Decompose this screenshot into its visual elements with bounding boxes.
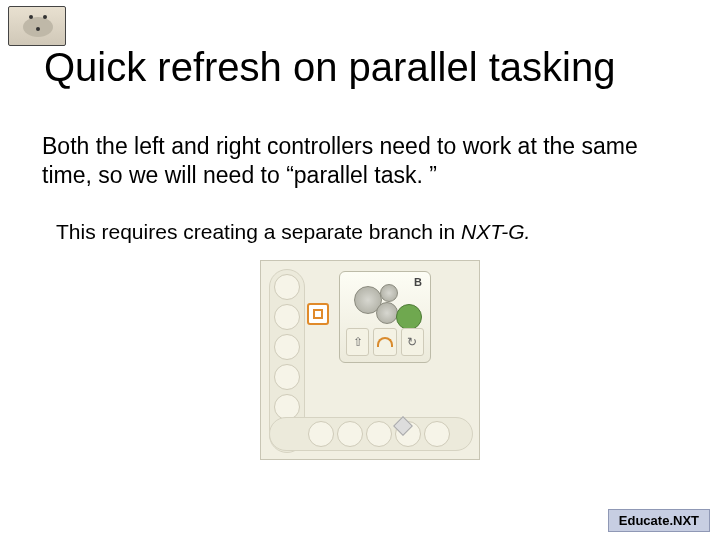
beam-slot: [337, 421, 363, 447]
logo-icon: [8, 6, 66, 46]
beam-slot: [274, 334, 300, 360]
beam-slot: [308, 421, 334, 447]
gear-icon: [380, 284, 398, 302]
nxtg-diagram: B ⇧ ↻: [260, 260, 480, 460]
body-paragraph-2: This requires creating a separate branch…: [56, 220, 530, 244]
beam-slot: [274, 274, 300, 300]
beam-slot: [424, 421, 450, 447]
para2-emphasis: NXT-G.: [461, 220, 530, 243]
slide-title: Quick refresh on parallel tasking: [44, 45, 615, 90]
beam-slot: [274, 364, 300, 390]
sequence-beam-horizontal: [269, 417, 473, 451]
beam-slot: [366, 421, 392, 447]
beam-slot: [274, 304, 300, 330]
body-paragraph-1: Both the left and right controllers need…: [42, 132, 660, 190]
duration-icon: ↻: [401, 328, 424, 356]
direction-indicator-icon: [396, 304, 422, 330]
direction-up-icon: ⇧: [346, 328, 369, 356]
footer-badge: Educate.NXT: [608, 509, 710, 532]
motor-block: B ⇧ ↻: [339, 271, 431, 363]
gear-icon: [376, 302, 398, 324]
motor-port-label: B: [414, 276, 422, 288]
para2-text: This requires creating a separate branch…: [56, 220, 461, 243]
power-gauge-icon: [373, 328, 396, 356]
start-block-icon: [307, 303, 329, 325]
motor-block-params: ⇧ ↻: [346, 328, 424, 356]
